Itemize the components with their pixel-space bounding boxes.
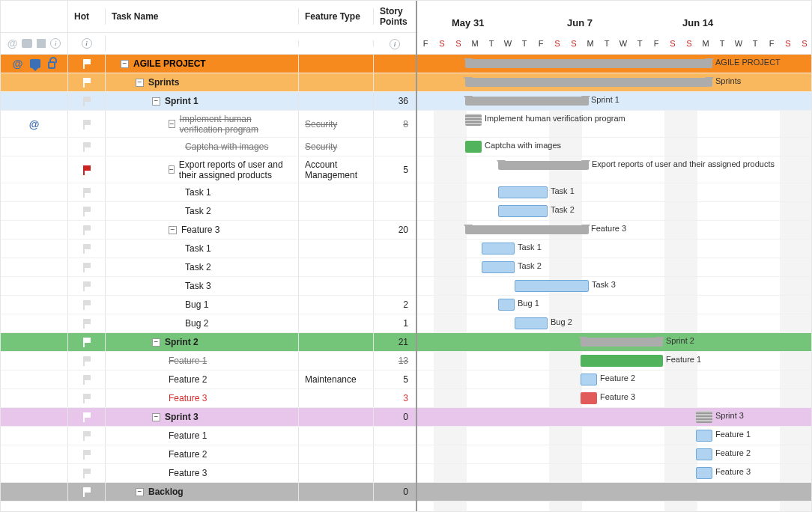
gantt-bar[interactable] <box>482 243 515 255</box>
feature-type-cell[interactable] <box>299 389 374 407</box>
story-points-cell[interactable]: 8 <box>374 111 416 137</box>
story-points-cell[interactable]: 0 <box>374 408 416 426</box>
gantt-bar[interactable] <box>515 317 548 329</box>
feature-type-cell[interactable] <box>299 296 374 314</box>
hot-cell[interactable] <box>68 277 106 295</box>
story-points-cell[interactable]: 13 <box>374 352 416 370</box>
feature-type-cell[interactable] <box>299 352 374 370</box>
feature-type-cell[interactable] <box>299 221 374 239</box>
task-name-cell[interactable]: Task 3 <box>106 277 299 295</box>
table-row[interactable]: Bug 12 <box>1 296 416 314</box>
hot-cell[interactable] <box>68 240 106 257</box>
hot-cell[interactable] <box>68 183 106 201</box>
table-row[interactable]: Sprint 136 <box>1 92 416 111</box>
task-name-cell[interactable]: Sprint 1 <box>106 92 299 110</box>
task-name-cell[interactable]: Feature 2 <box>106 445 299 463</box>
hot-cell[interactable] <box>68 333 106 351</box>
hot-cell[interactable] <box>68 202 106 220</box>
hot-cell[interactable] <box>68 73 106 91</box>
story-points-cell[interactable]: 36 <box>374 92 416 110</box>
flag-icon[interactable] <box>82 141 92 152</box>
table-row[interactable]: Feature 320 <box>1 221 416 240</box>
story-points-cell[interactable]: 1 <box>374 314 416 332</box>
gantt-row[interactable]: Bug 2 <box>417 314 811 333</box>
gantt-bar[interactable] <box>465 78 712 87</box>
flag-icon[interactable] <box>82 430 92 441</box>
gantt-row[interactable]: Feature 3 <box>417 389 811 408</box>
table-row[interactable]: Sprint 221 <box>1 333 416 352</box>
feature-type-cell[interactable] <box>299 277 374 295</box>
gantt-bar[interactable] <box>465 97 589 106</box>
gantt-row[interactable]: Task 3 <box>417 277 811 296</box>
gantt-row[interactable]: Task 1 <box>417 183 811 202</box>
gantt-row[interactable]: Feature 3 <box>417 464 811 483</box>
flag-icon[interactable] <box>82 243 92 254</box>
toggle-button[interactable] <box>152 338 160 347</box>
table-row[interactable]: @AGILE PROJECT <box>1 55 416 73</box>
hot-cell[interactable] <box>68 55 106 73</box>
hot-cell[interactable] <box>68 445 106 463</box>
flag-icon[interactable] <box>82 96 92 106</box>
story-points-cell[interactable] <box>374 73 416 91</box>
toggle-button[interactable] <box>152 413 160 421</box>
gantt-row[interactable]: Task 2 <box>417 202 811 221</box>
task-name-cell[interactable]: Feature 2 <box>106 371 299 388</box>
story-points-cell[interactable]: 3 <box>374 389 416 407</box>
gantt-bar[interactable] <box>498 299 515 311</box>
table-row[interactable]: Task 3 <box>1 277 416 296</box>
flag-icon[interactable] <box>82 281 92 291</box>
flag-icon[interactable] <box>82 58 92 69</box>
task-name-cell[interactable]: Task 1 <box>106 183 299 201</box>
task-name-cell[interactable]: AGILE PROJECT <box>106 55 299 73</box>
task-name-cell[interactable]: Feature 3 <box>106 389 299 407</box>
feature-type-cell[interactable] <box>299 314 374 332</box>
table-row[interactable]: Sprint 30 <box>1 408 416 427</box>
task-name-cell[interactable]: Task 2 <box>106 202 299 220</box>
hot-cell[interactable] <box>68 408 106 426</box>
hot-cell[interactable] <box>68 389 106 407</box>
flag-icon[interactable] <box>82 487 92 497</box>
hot-cell[interactable] <box>68 464 106 482</box>
gantt-body[interactable]: AGILE PROJECTSprintsSprint 1Implement hu… <box>417 55 811 511</box>
gantt-bar[interactable] <box>498 186 548 198</box>
gantt-bar[interactable] <box>465 59 712 68</box>
task-name-cell[interactable]: Implement human verification program <box>106 111 299 137</box>
toggle-button[interactable] <box>136 79 144 87</box>
feature-type-cell[interactable] <box>299 333 374 351</box>
flag-icon[interactable] <box>82 187 92 198</box>
table-row[interactable]: Task 1 <box>1 183 416 202</box>
table-row[interactable]: Captcha with imagesSecurity <box>1 138 416 156</box>
story-points-cell[interactable] <box>374 240 416 257</box>
task-name-cell[interactable]: Export reports of user and their assigne… <box>106 156 299 183</box>
feature-type-cell[interactable]: Account Management <box>299 156 374 183</box>
task-name-cell[interactable]: Task 2 <box>106 258 299 276</box>
flag-icon[interactable] <box>82 412 92 422</box>
hot-cell[interactable] <box>68 352 106 370</box>
toggle-button[interactable] <box>136 488 144 496</box>
hot-cell[interactable] <box>68 258 106 276</box>
hot-cell[interactable] <box>68 92 106 110</box>
comment-icon[interactable] <box>30 59 40 68</box>
hot-cell[interactable] <box>68 296 106 314</box>
story-points-cell[interactable] <box>374 258 416 276</box>
col-task-name[interactable]: Task Name <box>106 8 299 25</box>
gantt-bar[interactable] <box>465 141 482 153</box>
gantt-bar[interactable] <box>581 355 663 367</box>
story-points-cell[interactable] <box>374 464 416 482</box>
table-row[interactable]: Task 1 <box>1 240 416 258</box>
hot-cell[interactable] <box>68 156 106 183</box>
feature-type-cell[interactable] <box>299 73 374 91</box>
gantt-row[interactable]: Feature 2 <box>417 371 811 389</box>
gantt-row[interactable]: Captcha with images <box>417 138 811 156</box>
gantt-bar[interactable] <box>581 392 597 404</box>
toggle-button[interactable] <box>152 97 160 106</box>
gantt-row[interactable]: Sprint 1 <box>417 92 811 111</box>
gantt-row[interactable]: Bug 1 <box>417 296 811 314</box>
gantt-bar[interactable] <box>498 161 589 170</box>
feature-type-cell[interactable] <box>299 258 374 276</box>
story-points-cell[interactable] <box>374 55 416 73</box>
flag-icon[interactable] <box>82 165 92 175</box>
gantt-bar[interactable] <box>465 114 482 126</box>
col-hot[interactable]: Hot <box>68 8 106 25</box>
table-row[interactable]: Feature 3 <box>1 464 416 483</box>
